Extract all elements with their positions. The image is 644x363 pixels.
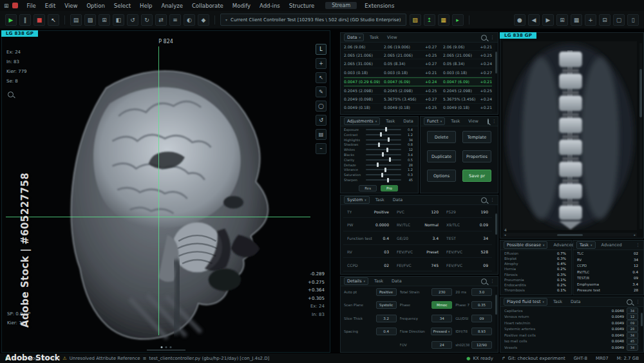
search-icon[interactable] bbox=[627, 299, 632, 305]
details-panel-scrollbar[interactable] bbox=[495, 287, 497, 349]
menu-item-analyze[interactable]: Analyze bbox=[156, 3, 187, 9]
list-item[interactable]: Systemic arteries0.004928 bbox=[504, 326, 638, 332]
layers-tool[interactable]: ▤ bbox=[316, 129, 327, 140]
menu-extensions[interactable]: Extensions bbox=[365, 3, 394, 9]
spine-horizontal-scrollbar[interactable]: ◂ ▸ bbox=[503, 233, 637, 237]
status-git[interactable]: ↱Git: checkout experiment bbox=[502, 356, 565, 361]
table-row[interactable]: 0.2049 (0.098)5.3675% (3.456)+0.275.3675… bbox=[344, 95, 492, 104]
slider-handle[interactable] bbox=[380, 132, 382, 137]
table-row[interactable]: 0.003 (0.18)0.003 (0.18)+0.210.003 (0.18… bbox=[344, 68, 492, 77]
tab-data[interactable]: Data bbox=[568, 299, 583, 305]
status-file[interactable]: ≡test_clientcontroller.py (gbu/hp-21/day… bbox=[143, 356, 270, 361]
scroll-right-icon[interactable]: ▸ bbox=[634, 233, 636, 237]
field-value-chip[interactable]: Systolic bbox=[376, 301, 397, 309]
menu-item-select[interactable]: Select bbox=[109, 3, 135, 9]
tab-data[interactable]: Data bbox=[401, 118, 416, 124]
menu-dots-icon[interactable]: ⋮ bbox=[490, 279, 495, 284]
crosshair-vertical[interactable] bbox=[158, 46, 159, 335]
layout-icon[interactable]: ◧ bbox=[113, 14, 124, 26]
slider-handle[interactable] bbox=[384, 168, 386, 172]
record-icon[interactable]: ● bbox=[514, 14, 526, 26]
scroll-left-icon[interactable]: ◂ bbox=[504, 233, 506, 237]
field-value-chip[interactable]: 8.93 bbox=[471, 328, 492, 335]
slider-handle[interactable] bbox=[382, 152, 384, 157]
tab-data[interactable]: Data bbox=[344, 34, 364, 41]
tab-task[interactable]: Task bbox=[551, 299, 565, 305]
menu-dots-icon[interactable]: ⋮ bbox=[490, 197, 495, 202]
slider-track[interactable] bbox=[366, 139, 401, 141]
list-icon[interactable]: ≡ bbox=[169, 14, 181, 26]
system-panel-scrollbar[interactable] bbox=[495, 206, 497, 271]
field-value-chip[interactable]: 3.2 bbox=[376, 315, 397, 322]
status-mr[interactable]: MR07 bbox=[596, 356, 609, 361]
viewer-pagination[interactable] bbox=[160, 346, 171, 348]
list-item[interactable]: Positive mail cells0.004934 bbox=[504, 332, 638, 338]
tab-task[interactable]: Task bbox=[383, 118, 397, 124]
slider-handle[interactable] bbox=[385, 127, 387, 132]
slider-track[interactable] bbox=[366, 134, 401, 135]
list-item[interactable]: Venous return0.004912 bbox=[504, 314, 638, 320]
stop-icon[interactable]: ■ bbox=[33, 14, 45, 26]
app-grid-icon[interactable]: ⊞ bbox=[4, 3, 9, 9]
search-icon[interactable] bbox=[481, 35, 487, 41]
menu-item-structure[interactable]: Structure bbox=[285, 3, 319, 9]
menu-item-add-ins[interactable]: Add-ins bbox=[255, 3, 285, 9]
slider-handle[interactable] bbox=[386, 148, 388, 152]
swap-icon[interactable]: ⇄ bbox=[155, 14, 167, 26]
table-row[interactable]: 2.065 (31.006)0.05 (8.34)+0.270.05 (8.34… bbox=[344, 60, 492, 68]
fluid-panel-scrollbar[interactable] bbox=[641, 308, 643, 349]
tab-advanced[interactable]: Advanced bbox=[599, 242, 625, 248]
list-item[interactable]: Iso mail cells0.004845 bbox=[504, 338, 638, 344]
export-icon[interactable]: ↥ bbox=[424, 14, 435, 26]
save-pr-button[interactable]: Save pr bbox=[462, 170, 491, 182]
field-value-chip[interactable]: 0.4 bbox=[376, 328, 397, 335]
tab-data[interactable]: Data bbox=[390, 197, 406, 203]
field-value-chip[interactable]: 34 bbox=[431, 315, 452, 322]
table-icon[interactable]: ▦ bbox=[571, 14, 582, 26]
field-value-chip[interactable]: 12/90 bbox=[471, 341, 492, 349]
slider-handle[interactable] bbox=[381, 173, 383, 177]
tab-task[interactable]: Task bbox=[373, 197, 387, 203]
tab-played-fluid-test[interactable]: Played fluid test bbox=[504, 298, 547, 306]
pro-button[interactable]: Pro bbox=[381, 185, 398, 191]
slider-track[interactable] bbox=[366, 159, 401, 161]
slider-track[interactable] bbox=[366, 164, 401, 166]
tab-details[interactable]: Details bbox=[344, 277, 368, 285]
cursor-tool[interactable]: ↖ bbox=[316, 72, 327, 83]
list-item[interactable]: RV34 bbox=[577, 257, 638, 262]
prev-icon[interactable]: ◀ bbox=[528, 14, 540, 26]
status-ght[interactable]: GHT-8 bbox=[574, 356, 587, 361]
field-value-chip[interactable]: 0.35 bbox=[471, 301, 492, 309]
menu-item-edit[interactable]: Edit bbox=[41, 3, 60, 9]
slider-handle[interactable] bbox=[389, 157, 391, 162]
grid2-icon[interactable]: ⊞ bbox=[556, 14, 568, 26]
tab-view[interactable]: View bbox=[466, 118, 480, 124]
data-panel-scrollbar[interactable] bbox=[495, 43, 497, 112]
run-icon[interactable]: ▸ bbox=[452, 14, 464, 26]
status-app[interactable]: ▣Microbiolog [Mori PH] bbox=[5, 356, 60, 361]
list-item[interactable]: Fibrosis0.3% bbox=[504, 272, 566, 277]
list-item[interactable]: Vessels0.004934 bbox=[504, 344, 638, 350]
slider-track[interactable] bbox=[366, 149, 401, 150]
tab-task[interactable]: Task bbox=[372, 278, 386, 284]
slider-handle[interactable] bbox=[377, 162, 379, 167]
template-button[interactable]: Template bbox=[462, 131, 491, 143]
list-item[interactable]: Bleplot0.3% bbox=[504, 256, 566, 261]
tab-funct[interactable]: Funct bbox=[424, 117, 445, 125]
duplicate-button[interactable]: Duplicate bbox=[427, 150, 456, 162]
table-row[interactable]: 0.0049 (0.18)0.0049 (0.18)+0.250.0049 (0… bbox=[344, 104, 492, 112]
list-item[interactable]: Pneumonia0.1% bbox=[504, 277, 566, 282]
slider-track[interactable] bbox=[366, 129, 401, 130]
redo-icon[interactable]: ↻ bbox=[141, 14, 153, 26]
field-value-chip[interactable]: 09 bbox=[471, 315, 492, 322]
slider-handle[interactable] bbox=[387, 178, 389, 182]
field-value-chip[interactable]: Pressed bbox=[431, 328, 453, 335]
delete-button[interactable]: Delete bbox=[427, 131, 456, 143]
list-item[interactable]: Atrophy0.4% bbox=[504, 261, 566, 266]
list-item[interactable]: Emphysema3.4 bbox=[577, 282, 638, 287]
client-controller-dropdown[interactable]: ▾ Current Client Controller Test [10293 … bbox=[220, 14, 406, 26]
page-dot[interactable] bbox=[165, 346, 167, 348]
search-icon[interactable] bbox=[481, 279, 487, 284]
trash-icon[interactable]: ▯ bbox=[627, 14, 639, 26]
pause-icon[interactable]: ∥ bbox=[19, 14, 31, 26]
